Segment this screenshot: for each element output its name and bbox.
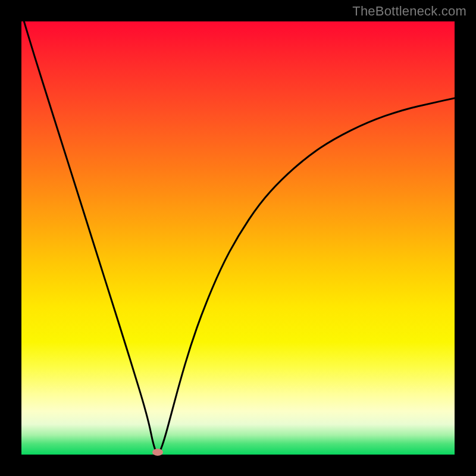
chart-frame: TheBottleneck.com [0, 0, 476, 476]
minimum-marker [152, 449, 163, 456]
plot-area [21, 21, 455, 455]
curve-svg [21, 21, 455, 455]
bottleneck-curve [21, 21, 455, 454]
watermark-text: TheBottleneck.com [352, 4, 466, 19]
